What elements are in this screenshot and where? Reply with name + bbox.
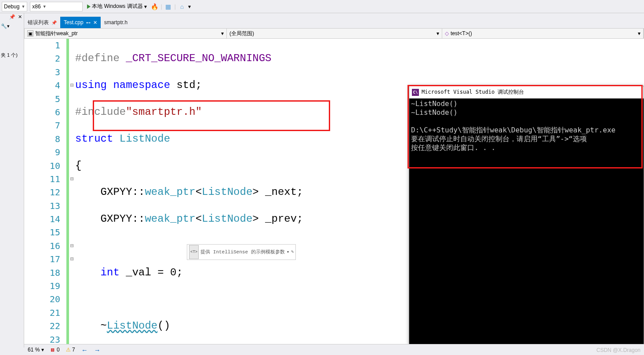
home-icon[interactable]: ⌂ [178,3,186,10]
play-icon [87,4,91,9]
pin-icon[interactable]: 📌 [9,14,15,20]
console-titlebar[interactable]: C\ Microsoft Visual Studio 调试控制台 [409,86,644,99]
wrench-icon[interactable]: 🔧▾ [1,23,10,29]
close-icon[interactable]: ✕ [93,20,97,26]
caret-icon: ▼ [21,4,25,9]
left-sidebar: 📌 ✕ 🔧▾ 夹 1 个) [0,13,24,348]
project-scope-combo[interactable]: ▣智能指针weak_ptr ▾ [25,29,227,38]
scope-combo[interactable]: (全局范围)▾ [227,29,442,38]
top-toolbar: Debug▼ x86▼ 本地 Windows 调试器 ▾ 🔥 | ▦ | ⌂▾ [0,0,644,13]
error-count[interactable]: ⦻ 0 [50,347,60,353]
debug-console-window[interactable]: C\ Microsoft Visual Studio 调试控制台 ~ListNo… [409,86,644,345]
tab-test-cpp[interactable]: Test.cpp ⊷ ✕ [60,17,101,28]
line-number-gutter: 1234567891011121314151617181920212223 [24,39,66,344]
grid-icon[interactable]: ▦ [165,3,172,10]
member-combo[interactable]: ◇test<T>() ▾ [442,29,644,38]
tab-smartptr-h[interactable]: smartptr.h [101,17,131,28]
watermark: CSDN @X.Dragon [597,347,640,353]
tab-error-list[interactable]: 错误列表 📌 [24,17,60,28]
zoom-level[interactable]: 61 % ▾ [28,347,44,353]
warning-count[interactable]: ⚠ 7 [66,347,75,353]
edit-icon[interactable]: ✎ [291,245,294,259]
platform-combo[interactable]: x86▼ [30,2,83,11]
pin-icon[interactable]: 📌 [51,20,57,25]
navigation-bar: ▣智能指针weak_ptr ▾ (全局范围)▾ ◇test<T>() ▾ [24,28,644,39]
project-icon: ▣ [27,30,33,37]
warning-icon: ⚠ [66,347,71,353]
status-bar: 61 % ▾ ⦻ 0 ⚠ 7 ← → [24,344,644,355]
caret-icon: ▾ [287,245,290,259]
document-tab-strip: 错误列表 📌 Test.cpp ⊷ ✕ smartptr.h [24,13,644,28]
caret-icon: ▾ [144,4,147,10]
method-icon: ◇ [445,30,449,37]
fold-column[interactable]: ⊟⊟⊟⊟ [69,39,75,344]
flame-icon[interactable]: 🔥 [151,3,158,10]
template-tag-icon: <T> [189,245,199,259]
folder-count-text: 夹 1 个) [0,49,24,61]
start-debug-button[interactable]: 本地 Windows 调试器 ▾ [85,2,148,11]
vs-icon: C\ [412,89,419,96]
nav-back-button[interactable]: ← [81,346,88,354]
close-icon[interactable]: ✕ [18,14,22,20]
console-output: ~ListNode() ~ListNode() D:\C++Study\智能指针… [409,99,644,153]
intellisense-hint[interactable]: <T> 提供 IntelliSense 的示例模板参数 ▾ ✎ [187,244,296,260]
pin-icon[interactable]: ⊷ [86,20,91,25]
nav-forward-button[interactable]: → [94,346,101,354]
error-icon: ⦻ [50,347,55,353]
config-combo[interactable]: Debug▼ [2,2,27,11]
caret-icon: ▼ [43,4,47,9]
